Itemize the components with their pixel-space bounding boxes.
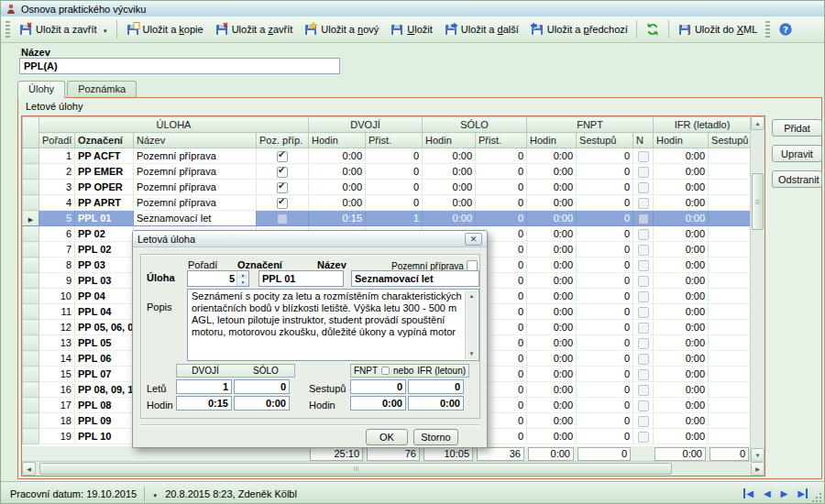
cell-fnpt_sestupu[interactable]: 0 — [577, 382, 633, 398]
poz-checkbox[interactable] — [277, 214, 288, 225]
spin-down-icon[interactable] — [237, 279, 248, 286]
group-header-s-lo[interactable]: SÓLO — [423, 117, 527, 133]
cell-ifr_hodin[interactable]: 0:00 — [654, 351, 709, 367]
cell-solo_hodin[interactable]: 0:00 — [423, 180, 476, 195]
scroll-up-icon[interactable] — [466, 290, 478, 301]
cell-poradi[interactable]: 3 — [39, 180, 75, 195]
dialog-close-icon[interactable] — [465, 233, 482, 246]
scroll-left-icon[interactable] — [22, 462, 36, 476]
row-indicator[interactable] — [23, 211, 39, 226]
cell-fnpt_sestupu[interactable]: 0 — [577, 398, 633, 413]
cell-solo_hodin[interactable]: 0:00 — [423, 195, 476, 211]
column-header-13[interactable]: Sestupů — [709, 133, 752, 148]
cell-fnpt_sestupu[interactable]: 0 — [577, 304, 633, 320]
cell-n[interactable] — [633, 413, 654, 429]
save-and-close-button[interactable]: Uložit a zavřít — [13, 19, 114, 39]
save-and-previous-button[interactable]: Uložit a předchozí — [524, 19, 633, 39]
date-dropdown-icon[interactable] — [152, 488, 158, 499]
n-checkbox[interactable] — [638, 229, 649, 240]
cell-n[interactable] — [633, 398, 654, 413]
cell-dvoji_prist[interactable]: 0 — [366, 195, 423, 211]
row-indicator[interactable] — [23, 148, 39, 164]
cell-oznaceni[interactable]: PPL 09 — [75, 413, 134, 429]
cell-fnpt_hodin[interactable]: 0:00 — [527, 320, 577, 335]
cell-poradi[interactable]: 2 — [39, 164, 75, 180]
toolbar-grip[interactable] — [765, 21, 770, 38]
n-checkbox[interactable] — [638, 198, 649, 209]
cell-poradi[interactable]: 18 — [39, 413, 75, 429]
cell-oznaceni[interactable]: PPL 05 — [75, 335, 134, 351]
refresh-button[interactable] — [640, 19, 666, 39]
cell-ifr_hodin[interactable]: 0:00 — [654, 257, 709, 273]
cell-fnpt_hodin[interactable]: 0:00 — [527, 180, 577, 195]
scroll-down-icon[interactable] — [466, 348, 478, 359]
cell-fnpt_sestupu[interactable]: 0 — [577, 195, 633, 211]
hodin-dvoji-field[interactable]: 0:15 — [176, 396, 232, 411]
cell-oznaceni[interactable]: PP 02 — [75, 226, 134, 242]
row-indicator[interactable] — [23, 320, 39, 335]
cell-ifr_sestupu[interactable] — [709, 351, 752, 367]
edit-button[interactable]: Upravit — [772, 145, 822, 162]
poz-checkbox[interactable] — [277, 167, 288, 178]
group-header--loha[interactable]: ÚLOHA — [39, 117, 309, 133]
cell-ifr_hodin[interactable]: 0:00 — [654, 164, 709, 180]
cell-oznaceni[interactable]: PPL 02 — [75, 242, 134, 257]
cell-fnpt_hodin[interactable]: 0:00 — [527, 429, 577, 444]
cell-ifr_sestupu[interactable] — [709, 242, 752, 257]
cell-fnpt_hodin[interactable]: 0:00 — [527, 148, 577, 164]
cell-poradi[interactable]: 14 — [39, 351, 75, 367]
cell-n[interactable] — [633, 242, 654, 257]
cell-n[interactable] — [633, 226, 654, 242]
cell-fnpt_hodin[interactable]: 0:00 — [527, 335, 577, 351]
cell-ifr_sestupu[interactable] — [709, 164, 752, 180]
cell-fnpt_sestupu[interactable]: 0 — [577, 429, 633, 444]
add-button[interactable]: Přidat — [772, 119, 822, 137]
cell-ifr_sestupu[interactable] — [709, 148, 752, 164]
cell-oznaceni[interactable]: PPL 03 — [75, 273, 134, 289]
save-button[interactable]: Uložit — [384, 19, 438, 39]
horizontal-scroll-thumb[interactable] — [39, 463, 672, 475]
group-header-fnpt[interactable]: FNPT — [527, 117, 654, 133]
cell-fnpt_sestupu[interactable]: 0 — [577, 211, 633, 226]
cell-oznaceni[interactable]: PPL 08 — [75, 398, 134, 413]
column-header-1[interactable]: Pořadí — [39, 133, 75, 148]
column-header-4[interactable]: Poz. příp. — [257, 133, 309, 148]
n-checkbox[interactable] — [638, 214, 649, 225]
cell-poradi[interactable]: 11 — [39, 304, 75, 320]
cell-fnpt_sestupu[interactable]: 0 — [577, 164, 633, 180]
resize-grip[interactable] — [820, 500, 821, 502]
cell-ifr_sestupu[interactable] — [709, 429, 752, 444]
cell-fnpt_hodin[interactable]: 0:00 — [527, 257, 577, 273]
cell-oznaceni[interactable]: PP ACFT — [75, 148, 134, 164]
cell-dvoji_hodin[interactable]: 0:00 — [309, 180, 366, 195]
save-and-copy-button[interactable]: Uložit a kopie — [120, 19, 209, 39]
cell-poradi[interactable]: 1 — [39, 148, 75, 164]
cell-ifr_hodin[interactable]: 0:00 — [654, 273, 709, 289]
n-checkbox[interactable] — [638, 245, 649, 256]
row-indicator[interactable] — [23, 413, 39, 429]
cell-fnpt_hodin[interactable]: 0:00 — [527, 413, 577, 429]
n-checkbox[interactable] — [638, 307, 649, 318]
cell-solo_prist[interactable]: 0 — [476, 148, 527, 164]
cell-n[interactable] — [633, 320, 654, 335]
cell-fnpt_hodin[interactable]: 0:00 — [527, 289, 577, 304]
popis-textarea[interactable]: Seznámení s pocity za letu a rozmístěním… — [187, 289, 479, 361]
cell-nazev[interactable]: Seznamovací let — [134, 211, 257, 226]
cell-ifr_hodin[interactable]: 0:00 — [654, 413, 709, 429]
hodin-solo-field[interactable]: 0:00 — [234, 396, 290, 411]
cell-fnpt_hodin[interactable]: 0:00 — [527, 304, 577, 320]
cell-poradi[interactable]: 8 — [39, 257, 75, 273]
n-checkbox[interactable] — [638, 167, 649, 178]
cell-ifr_hodin[interactable]: 0:00 — [654, 320, 709, 335]
tab-úlohy[interactable]: Úlohy — [17, 81, 65, 98]
scroll-up-icon[interactable] — [751, 116, 764, 130]
cell-dvoji_prist[interactable]: 0 — [366, 180, 423, 195]
cell-oznaceni[interactable]: PP 08, 09, 10 — [75, 382, 134, 398]
cell-fnpt_hodin[interactable]: 0:00 — [527, 382, 577, 398]
cell-fnpt_sestupu[interactable]: 0 — [577, 226, 633, 242]
cell-nazev[interactable]: Pozemní příprava — [134, 195, 257, 211]
nebo-checkbox[interactable] — [381, 367, 390, 375]
cell-n[interactable] — [633, 148, 654, 164]
grid-row-1[interactable]: 1PP ACFTPozemní příprava0:0000:0000:0000… — [23, 148, 752, 164]
cell-ifr_hodin[interactable]: 0:00 — [654, 304, 709, 320]
